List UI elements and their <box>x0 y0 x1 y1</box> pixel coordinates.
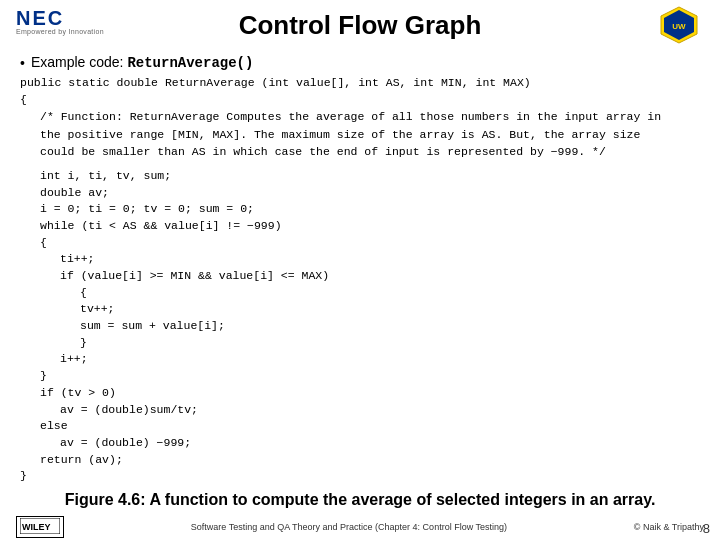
nec-logo-sub: Empowered by Innovation <box>16 28 104 35</box>
footer-left: WILEY <box>16 516 64 538</box>
code-open-brace3: { <box>80 285 700 302</box>
comment-line3: could be smaller than AS in which case t… <box>40 143 700 160</box>
code-var2: double av; <box>40 185 700 202</box>
page-number: 8 <box>703 521 710 536</box>
comment-line2: the positive range [MIN, MAX]. The maxim… <box>40 126 700 143</box>
waterloo-logo: UW <box>654 6 704 44</box>
nec-logo: NEC Empowered by Innovation <box>16 8 104 35</box>
code-ti-inc: ti++; <box>60 251 700 268</box>
code-var1: int i, ti, tv, sum; <box>40 168 700 185</box>
code-if2: if (tv > 0) <box>40 385 700 402</box>
code-else1: else <box>40 418 700 435</box>
code-while1: while (ti < AS && value[i] != −999) <box>40 218 700 235</box>
code-sum-acc: sum = sum + value[i]; <box>80 318 700 335</box>
blank-line-1 <box>20 160 700 168</box>
code-av1: av = (double)sum/tv; <box>60 402 700 419</box>
nec-logo-text: NEC <box>16 8 104 28</box>
wiley-logo: WILEY <box>16 516 64 538</box>
code-close-brace1: } <box>20 468 700 485</box>
footer-center-text: Software Testing and QA Theory and Pract… <box>64 522 634 532</box>
header: NEC Empowered by Innovation Control Flow… <box>0 0 720 50</box>
footer-right-text: © Naik & Tripathy <box>634 522 704 532</box>
svg-text:WILEY: WILEY <box>22 522 51 532</box>
code-close-brace2: } <box>40 368 700 385</box>
code-av2: av = (double) −999; <box>60 435 700 452</box>
comment-block: /* Function: ReturnAverage Computes the … <box>40 108 700 160</box>
code-init1: i = 0; ti = 0; tv = 0; sum = 0; <box>40 201 700 218</box>
example-heading: • Example code: ReturnAverage() <box>20 54 700 71</box>
bullet-point: • <box>20 55 25 71</box>
code-close-brace3: } <box>80 335 700 352</box>
code-i-inc: i++; <box>60 351 700 368</box>
svg-text:UW: UW <box>672 22 686 31</box>
code-open-brace2: { <box>40 235 700 252</box>
example-label: Example code: ReturnAverage() <box>31 54 254 71</box>
footer: WILEY Software Testing and QA Theory and… <box>0 514 720 540</box>
figure-caption: Figure 4.6: A function to compute the av… <box>20 491 700 509</box>
comment-line1: /* Function: ReturnAverage Computes the … <box>40 108 700 125</box>
code-open-brace: { <box>20 92 700 109</box>
page-title: Control Flow Graph <box>239 10 482 41</box>
code-return1: return (av); <box>40 452 700 469</box>
code-block: public static double ReturnAverage (int … <box>20 75 700 485</box>
example-function-name: ReturnAverage() <box>127 55 253 71</box>
code-tv-inc: tv++; <box>80 301 700 318</box>
example-label-normal: Example code: <box>31 54 124 70</box>
main-content: • Example code: ReturnAverage() public s… <box>0 50 720 517</box>
code-signature: public static double ReturnAverage (int … <box>20 75 700 92</box>
code-if1: if (value[i] >= MIN && value[i] <= MAX) <box>60 268 700 285</box>
